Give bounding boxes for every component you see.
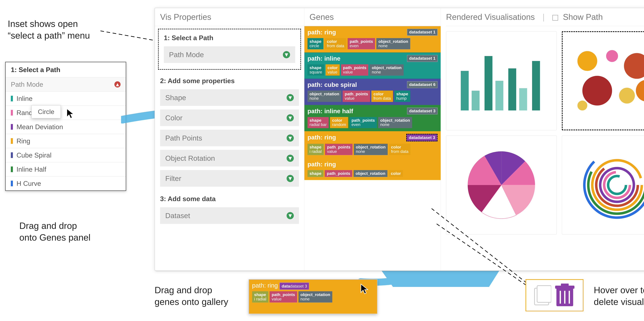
gene-chip: colorfrom data	[389, 144, 410, 155]
property-row[interactable]: Path Points▼	[160, 130, 299, 146]
vis-properties-panel: Vis Properties 1: Select a Path Path Mod…	[155, 8, 304, 271]
gene-chip: path_points	[325, 170, 352, 177]
data-chip: datadataset 6	[407, 81, 438, 88]
svg-rect-41	[555, 286, 574, 289]
expand-icon[interactable]: ▼	[283, 51, 290, 58]
cursor-icon	[66, 108, 75, 120]
inset-select-path-panel: 1: Select a Path Path Mode ▲ InlineRando…	[5, 62, 126, 191]
gene-chip: path_pointseven	[348, 38, 375, 49]
svg-rect-1	[461, 71, 469, 110]
property-row[interactable]: Color▼	[160, 109, 299, 126]
svg-point-9	[606, 50, 618, 62]
gene-chip: path_pointsvalue	[342, 91, 370, 102]
path-mode-property[interactable]: Path Mode ▼	[164, 46, 295, 63]
delete-icon[interactable]	[554, 283, 576, 308]
expand-icon[interactable]: ▼	[286, 114, 294, 121]
annotation: Drag and droponto Genes panel	[19, 220, 90, 243]
annotation: Hover over to save ordelete visualisatio…	[594, 284, 644, 308]
color-swatch	[11, 152, 13, 158]
show-path-toggle[interactable]: Show Path	[552, 12, 603, 22]
expand-icon[interactable]: ▼	[286, 175, 294, 182]
path-option[interactable]: Mean Deviation	[6, 120, 126, 134]
svg-point-14	[578, 101, 587, 110]
app-window: Vis Properties 1: Select a Path Path Mod…	[154, 8, 644, 271]
gene-card[interactable]: path: inline halfdatadataset 3shaperadia…	[304, 105, 440, 131]
gene-card[interactable]: path: cube spiraldatadataset 6object_rot…	[304, 79, 440, 105]
checkbox-icon[interactable]	[552, 15, 558, 20]
path-option[interactable]: RandomCircle	[6, 105, 126, 120]
column-title: Rendered Visualisations	[446, 12, 535, 22]
svg-point-10	[624, 53, 644, 79]
data-chip: datadataset 3	[406, 134, 438, 142]
gene-chip: colorfrom data	[325, 38, 346, 49]
gene-chip: colorrandom	[330, 117, 348, 128]
data-chip: datadataset 3	[280, 283, 309, 290]
gene-chip: color	[389, 170, 403, 177]
cursor-icon	[360, 284, 369, 295]
gene-chip: colorfrom data	[371, 91, 393, 102]
expand-icon[interactable]: ▼	[286, 134, 294, 142]
gene-card[interactable]: path: ringshapepath_pointsobject_rotatio…	[304, 158, 440, 180]
path-option[interactable]: Ring	[6, 134, 126, 148]
path-option[interactable]: Inline Half	[6, 162, 126, 176]
gene-chip: colorvalue	[326, 64, 340, 75]
save-icon[interactable]	[533, 284, 551, 306]
svg-point-22	[596, 164, 638, 206]
gene-card[interactable]: path: ringdatadataset 1shapecirclecolorf…	[304, 26, 440, 52]
gene-chip: shape	[308, 170, 324, 177]
color-swatch	[11, 181, 13, 186]
inset-title: 1: Select a Path	[6, 62, 126, 77]
svg-rect-7	[532, 61, 540, 110]
gene-chip: object_rotationnone	[298, 291, 332, 303]
expand-icon[interactable]: ▼	[286, 94, 294, 101]
expand-icon[interactable]: ▼	[286, 212, 294, 219]
gene-chip: object_rotation	[354, 170, 388, 177]
gene-chip: path_pointseven	[350, 117, 377, 128]
gene-card[interactable]: path: inlinedatadataset 1shapesquarecolo…	[304, 52, 440, 79]
gene-chip: shapei radial	[252, 291, 268, 303]
annotation: Drag and dropgenes onto gallery	[154, 284, 228, 308]
drag-chip[interactable]: Circle	[32, 105, 61, 118]
gene-chip: object_rotationnone	[378, 117, 412, 128]
color-swatch	[11, 138, 13, 144]
vis-card-rainbow-arc[interactable]	[562, 135, 644, 235]
gene-chip: path_pointsvalue	[325, 144, 352, 155]
gene-chip: shapei radial	[308, 144, 324, 155]
property-row[interactable]: Filter▼	[160, 170, 299, 187]
vis-card-radial-pink[interactable]	[446, 135, 557, 235]
gene-chip: object_rotationnone	[370, 64, 404, 75]
svg-point-25	[608, 176, 626, 194]
svg-rect-5	[508, 68, 516, 110]
select-a-path-section: 1: Select a Path Path Mode ▼	[158, 29, 301, 70]
gene-chip: path_pointsvalue	[341, 64, 368, 75]
column-title: Genes	[304, 8, 440, 26]
genes-panel[interactable]: Genes path: ringdatadataset 1shapecircle…	[304, 8, 441, 271]
dataset-property[interactable]: Dataset ▼	[160, 207, 299, 224]
gene-chip: shapehump	[394, 91, 410, 102]
property-row[interactable]: Object Rotation▼	[160, 150, 299, 166]
gene-card[interactable]: path: ringdatadataset 3shapei radialpath…	[304, 131, 440, 158]
expand-icon[interactable]: ▼	[286, 155, 294, 162]
svg-rect-4	[495, 81, 503, 110]
path-mode-row[interactable]: Path Mode ▲	[6, 77, 126, 91]
color-swatch	[11, 96, 13, 101]
rendered-visualisations-panel: Rendered Visualisations | Show Path	[441, 8, 644, 271]
property-row[interactable]: Shape▼	[160, 89, 299, 106]
svg-rect-42	[561, 284, 569, 286]
svg-point-12	[619, 88, 635, 104]
path-option[interactable]: Cube Spiral	[6, 148, 126, 162]
gene-chip: path_pointsvalue	[270, 291, 297, 303]
svg-rect-39	[537, 286, 551, 302]
data-chip: datadataset 1	[407, 55, 438, 62]
path-option[interactable]: Inline	[6, 91, 126, 105]
path-option[interactable]: H Curve	[6, 176, 126, 190]
vis-card-bubbles[interactable]	[562, 31, 644, 130]
gene-chip: object_rotationnone	[308, 91, 341, 102]
color-swatch	[11, 166, 13, 172]
gene-card-dragging[interactable]: path: ring datadataset 3 shapei radialpa…	[248, 279, 378, 314]
gene-chip: shaperadial bar	[308, 117, 329, 128]
collapse-icon[interactable]: ▲	[114, 81, 120, 87]
vis-card-bar-chart[interactable]	[446, 31, 557, 130]
hover-tool[interactable]	[526, 279, 584, 311]
svg-point-13	[636, 80, 644, 101]
